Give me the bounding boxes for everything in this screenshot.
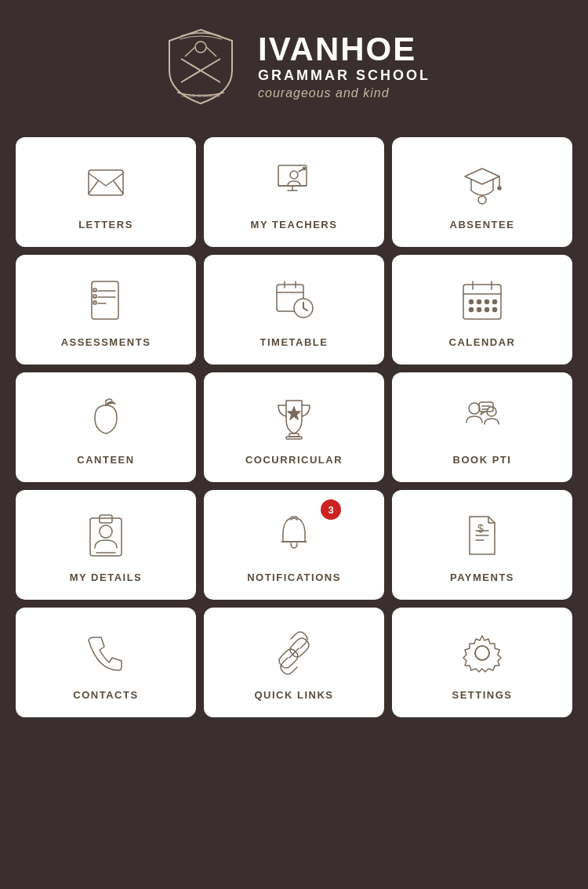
svg-rect-50 — [100, 515, 112, 523]
tile-cocurricular[interactable]: COCURRICULAR — [204, 372, 384, 482]
tile-assessments-label: ASSESSMENTS — [61, 336, 151, 348]
school-name-main: IVANHOE — [258, 33, 416, 66]
tile-notifications-label: NOTIFICATIONS — [247, 572, 341, 583]
school-logo: USQUE AD MORTEM — [158, 24, 244, 110]
svg-point-0 — [195, 42, 206, 53]
tile-calendar-label: CALENDAR — [449, 336, 516, 348]
tile-my-details-label: MY DETAILS — [70, 572, 143, 583]
tile-canteen-label: CANTEEN — [77, 454, 134, 466]
svg-rect-3 — [278, 165, 307, 186]
svg-point-35 — [485, 299, 489, 303]
svg-marker-43 — [288, 407, 300, 419]
svg-point-60 — [475, 646, 489, 660]
tile-calendar[interactable]: CALENDAR — [392, 255, 572, 365]
header: USQUE AD MORTEM IVANHOE GRAMMAR SCHOOL c… — [0, 0, 588, 129]
canteen-icon — [81, 393, 131, 443]
svg-rect-14 — [92, 281, 118, 319]
tile-notifications[interactable]: 3 NOTIFICATIONS — [204, 490, 384, 600]
tile-quick-links[interactable]: QUICK LINKS — [204, 608, 384, 717]
tile-contacts-label: CONTACTS — [73, 689, 138, 701]
teachers-icon — [269, 158, 319, 208]
calendar-icon — [457, 275, 507, 325]
absentee-icon — [457, 158, 507, 208]
svg-rect-2 — [89, 170, 123, 195]
svg-text:$: $ — [477, 522, 484, 535]
svg-rect-42 — [286, 437, 302, 439]
tile-payments[interactable]: $ PAYMENTS — [392, 490, 572, 600]
school-name-sub: GRAMMAR SCHOOL — [258, 66, 430, 85]
tile-settings[interactable]: SETTINGS — [392, 608, 572, 717]
tile-book-pti[interactable]: BOOK PTI — [392, 372, 572, 482]
tile-absentee-label: ABSENTEE — [450, 219, 515, 230]
svg-point-37 — [470, 307, 474, 311]
assessments-icon — [81, 275, 131, 325]
svg-point-40 — [493, 307, 497, 311]
school-tagline: courageous and kind — [258, 86, 390, 100]
tile-quick-links-label: QUICK LINKS — [255, 689, 334, 701]
payments-icon: $ — [457, 510, 507, 561]
app-grid: LETTERS MY TEACHERS — [0, 129, 588, 733]
contacts-icon — [81, 628, 131, 678]
tile-my-details[interactable]: MY DETAILS — [16, 490, 196, 600]
cocurricular-icon — [269, 393, 319, 443]
timetable-icon — [269, 275, 319, 325]
mydetails-icon — [81, 510, 131, 561]
svg-point-7 — [290, 171, 298, 179]
tile-settings-label: SETTINGS — [452, 689, 512, 701]
svg-point-38 — [477, 307, 481, 311]
svg-point-9 — [303, 167, 306, 169]
svg-rect-49 — [90, 518, 122, 556]
bookpti-icon — [457, 393, 507, 443]
tile-absentee[interactable]: ABSENTEE — [392, 137, 572, 247]
svg-point-33 — [470, 299, 474, 303]
tile-cocurricular-label: COCURRICULAR — [245, 454, 343, 466]
svg-point-34 — [477, 299, 481, 303]
svg-marker-10 — [465, 169, 499, 184]
tile-timetable-label: TIMETABLE — [260, 336, 328, 348]
svg-point-36 — [493, 299, 497, 303]
tile-letters-label: LETTERS — [78, 219, 133, 230]
tile-my-teachers-label: MY TEACHERS — [251, 219, 338, 230]
tile-my-teachers[interactable]: MY TEACHERS — [204, 137, 384, 247]
svg-text:USQUE AD MORTEM: USQUE AD MORTEM — [181, 93, 220, 98]
notifications-icon — [269, 510, 319, 561]
svg-point-51 — [100, 525, 112, 538]
settings-icon — [457, 628, 507, 678]
svg-point-39 — [485, 307, 489, 311]
tile-letters[interactable]: LETTERS — [16, 137, 196, 247]
tile-canteen[interactable]: CANTEEN — [16, 372, 196, 482]
notifications-badge: 3 — [321, 499, 341, 520]
tile-payments-label: PAYMENTS — [450, 572, 514, 583]
quicklinks-icon — [269, 628, 319, 678]
svg-line-58 — [292, 651, 296, 655]
tile-assessments[interactable]: ASSESSMENTS — [16, 255, 196, 365]
svg-point-12 — [498, 187, 501, 190]
school-name-block: IVANHOE GRAMMAR SCHOOL courageous and ki… — [258, 33, 430, 100]
tile-contacts[interactable]: CONTACTS — [16, 608, 196, 717]
svg-point-13 — [478, 196, 486, 204]
svg-point-44 — [469, 403, 480, 414]
tile-timetable[interactable]: TIMETABLE — [204, 255, 384, 365]
tile-book-pti-label: BOOK PTI — [453, 454, 512, 466]
letters-icon — [81, 158, 131, 208]
